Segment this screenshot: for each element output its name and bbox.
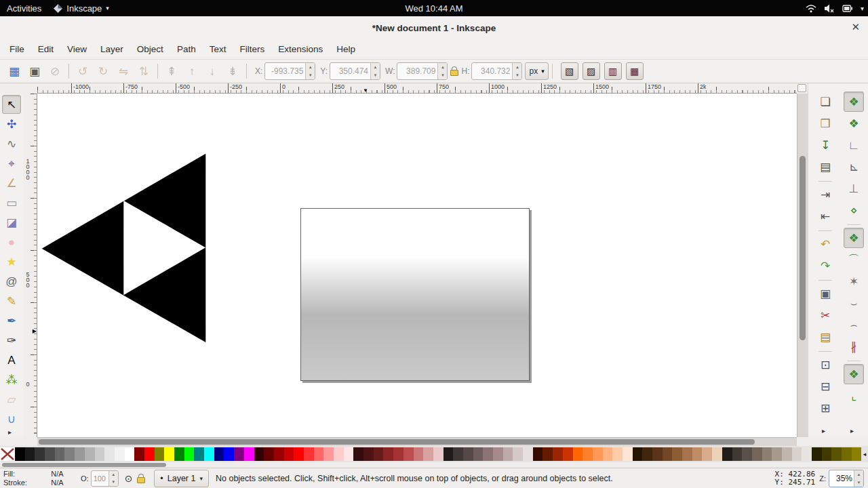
spiral-tool[interactable]: @ bbox=[2, 272, 21, 291]
palette-swatch[interactable] bbox=[284, 447, 294, 461]
palette-swatch[interactable] bbox=[344, 447, 354, 461]
palette-swatch[interactable] bbox=[533, 447, 543, 461]
palette-swatch[interactable] bbox=[563, 447, 573, 461]
palette-swatch[interactable] bbox=[782, 447, 792, 461]
palette-swatch[interactable] bbox=[652, 447, 663, 461]
eraser-tool[interactable]: ▱ bbox=[2, 390, 21, 409]
layer-dropdown[interactable]: • Layer 1 ▾ bbox=[154, 470, 209, 487]
snap-bbox-corners-toggle[interactable]: ⊾ bbox=[844, 157, 864, 177]
palette-swatch[interactable] bbox=[433, 447, 443, 461]
palette-swatch[interactable] bbox=[294, 447, 304, 461]
palette-scrollbar-thumb[interactable] bbox=[2, 463, 166, 467]
open-document-button[interactable]: ❒ bbox=[815, 113, 835, 134]
vertical-ruler[interactable]: ▶ 1000 500 0 bbox=[23, 94, 37, 437]
deselect-button[interactable]: ⊘ bbox=[45, 62, 64, 81]
canvas[interactable] bbox=[37, 94, 797, 437]
palette-swatch[interactable] bbox=[164, 447, 174, 461]
snap-expander-icon[interactable]: ▸ bbox=[850, 427, 854, 434]
menu-item[interactable]: Path bbox=[170, 39, 203, 59]
menu-item[interactable]: Extensions bbox=[271, 39, 330, 59]
palette-swatch[interactable] bbox=[45, 447, 55, 461]
flip-vertical-button[interactable]: ⇅ bbox=[134, 62, 153, 81]
activities-button[interactable]: Activities bbox=[7, 3, 41, 14]
palette-swatch[interactable] bbox=[25, 447, 35, 461]
palette-swatch[interactable] bbox=[304, 447, 314, 461]
print-button[interactable]: ▤ bbox=[815, 157, 835, 177]
palette-swatch[interactable] bbox=[752, 447, 762, 461]
close-icon[interactable]: ✕ bbox=[851, 21, 860, 33]
flip-horizontal-button[interactable]: ⇋ bbox=[114, 62, 133, 81]
palette-swatch[interactable] bbox=[155, 447, 165, 461]
paste-button[interactable]: ▤ bbox=[815, 327, 835, 347]
rotate-ccw-button[interactable]: ↺ bbox=[73, 62, 92, 81]
layer-visibility-icon[interactable]: ⊙ bbox=[125, 473, 133, 484]
y-field[interactable]: 350.474 ▲▼ bbox=[330, 62, 380, 80]
separator[interactable] bbox=[818, 351, 832, 352]
menu-item[interactable]: Text bbox=[203, 39, 233, 59]
palette-swatch[interactable] bbox=[493, 447, 503, 461]
separator[interactable] bbox=[847, 224, 861, 225]
move-patterns-toggle[interactable]: ▦ bbox=[626, 62, 644, 80]
new-document-button[interactable]: ❏ bbox=[815, 92, 835, 112]
palette-swatch[interactable] bbox=[75, 447, 85, 461]
title-bar[interactable]: *New document 1 - Inkscape ✕ bbox=[0, 16, 868, 40]
palette-swatch[interactable] bbox=[353, 447, 363, 461]
palette-swatch[interactable] bbox=[772, 447, 782, 461]
palette-swatch[interactable] bbox=[244, 447, 254, 461]
palette-swatch[interactable] bbox=[473, 447, 484, 461]
zoom-spin-buttons[interactable]: ▲▼ bbox=[854, 470, 863, 487]
palette-swatch[interactable] bbox=[264, 447, 274, 461]
palette-swatch[interactable] bbox=[224, 447, 234, 461]
select-all-button[interactable]: ▦ bbox=[5, 62, 24, 81]
palette-swatch[interactable] bbox=[383, 447, 393, 461]
palette-swatch[interactable] bbox=[831, 447, 842, 461]
text-tool[interactable]: A bbox=[2, 350, 21, 369]
palette-swatch[interactable] bbox=[583, 447, 593, 461]
snap-paths-toggle[interactable]: ⌒ bbox=[844, 249, 864, 270]
palette-swatch[interactable] bbox=[314, 447, 324, 461]
palette-swatch[interactable] bbox=[712, 447, 722, 461]
palette-scrollbar[interactable] bbox=[0, 462, 868, 468]
ellipse-tool[interactable]: ● bbox=[2, 232, 21, 251]
palette-swatch[interactable] bbox=[612, 447, 623, 461]
palette-swatch[interactable] bbox=[134, 447, 144, 461]
palette-swatch[interactable] bbox=[403, 447, 414, 461]
palette-swatch[interactable] bbox=[642, 447, 652, 461]
palette-swatch[interactable] bbox=[95, 447, 105, 461]
system-status-area[interactable]: ▾ bbox=[806, 0, 864, 16]
palette-swatch[interactable] bbox=[174, 447, 184, 461]
palette-swatch[interactable] bbox=[842, 447, 852, 461]
undo-button[interactable]: ↶ bbox=[815, 234, 835, 254]
snap-cusp-nodes-toggle[interactable]: ⌣ bbox=[844, 293, 864, 313]
palette-swatch[interactable] bbox=[363, 447, 374, 461]
star-tool[interactable]: ★ bbox=[2, 252, 21, 271]
palette-swatch[interactable] bbox=[742, 447, 752, 461]
palette-swatch[interactable] bbox=[852, 447, 862, 461]
palette-swatch[interactable] bbox=[553, 447, 563, 461]
x-spin-buttons[interactable]: ▲▼ bbox=[305, 63, 315, 79]
node-editor-tool[interactable]: ✣ bbox=[2, 115, 21, 134]
horizontal-scrollbar-thumb[interactable] bbox=[39, 439, 755, 445]
separator[interactable] bbox=[818, 230, 832, 231]
zoom-field[interactable]: 35% ▲▼ bbox=[829, 470, 864, 487]
vertical-scrollbar[interactable] bbox=[797, 94, 808, 437]
no-color-swatch[interactable] bbox=[0, 447, 15, 461]
bezier-pen-tool[interactable]: ✒ bbox=[2, 311, 21, 330]
palette-swatch[interactable] bbox=[463, 447, 473, 461]
palette-swatch[interactable] bbox=[483, 447, 493, 461]
spray-tool[interactable]: ⁂ bbox=[2, 370, 21, 389]
snap-bbox-toggle[interactable]: ❖ bbox=[844, 113, 864, 134]
palette-swatch[interactable] bbox=[274, 447, 284, 461]
rotate-cw-button[interactable]: ↻ bbox=[94, 62, 113, 81]
menu-item[interactable]: Filters bbox=[233, 39, 271, 59]
palette-swatch[interactable] bbox=[35, 447, 45, 461]
h-field[interactable]: 340.732 ▲▼ bbox=[471, 62, 522, 80]
palette-swatch[interactable] bbox=[323, 447, 334, 461]
cut-button[interactable]: ✂ bbox=[815, 305, 835, 325]
snap-path-intersections-toggle[interactable]: ✶ bbox=[844, 271, 864, 291]
palette-swatch[interactable] bbox=[184, 447, 195, 461]
separator[interactable] bbox=[847, 361, 861, 361]
separator[interactable] bbox=[818, 181, 832, 182]
palette-swatch[interactable] bbox=[204, 447, 214, 461]
palette-swatch[interactable] bbox=[692, 447, 703, 461]
